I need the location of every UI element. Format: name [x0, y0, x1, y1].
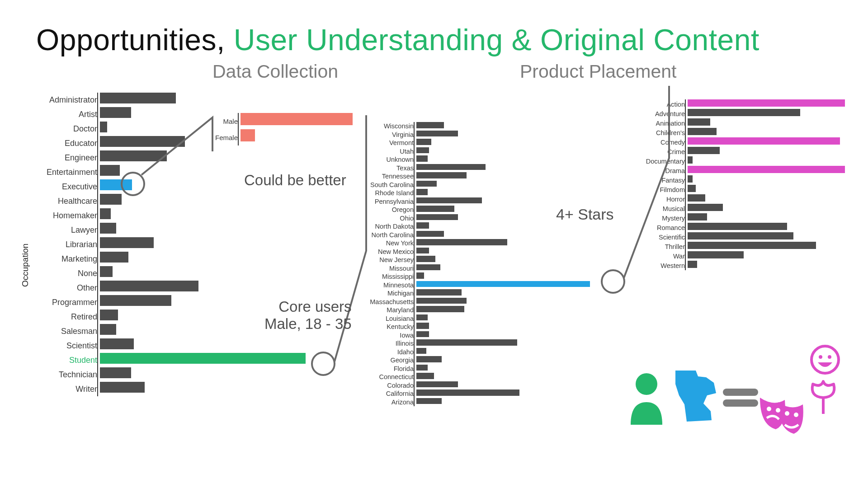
bar — [416, 239, 507, 245]
bar-label: Tennessee — [359, 173, 416, 180]
bar — [688, 204, 723, 211]
bar-row: Engineer — [36, 150, 326, 165]
bar-label: Connecticut — [359, 373, 416, 380]
student-highlight-ring — [311, 352, 335, 376]
bar-plot — [416, 239, 593, 248]
bar-plot — [688, 232, 848, 242]
bar-plot — [416, 339, 593, 348]
bar-plot — [688, 137, 848, 147]
svg-point-5 — [776, 408, 780, 413]
bar-row: California — [359, 389, 594, 398]
bar — [416, 206, 454, 212]
bar-row: Writer — [36, 382, 326, 396]
bar-label: Artist — [36, 110, 100, 119]
bar-row: Maryland — [359, 306, 594, 314]
bar-row: Virginia — [359, 131, 594, 139]
bar — [416, 272, 424, 279]
bar — [416, 139, 431, 145]
bar-plot — [416, 197, 593, 206]
bar-row: Librarian — [36, 237, 326, 252]
bar-row: Utah — [359, 147, 594, 156]
bar-row: Female — [212, 129, 375, 145]
bar-plot — [416, 356, 593, 365]
bar — [416, 306, 464, 312]
bar — [688, 223, 787, 230]
title-part-a: Opportunities, — [36, 23, 225, 56]
bar-label: Librarian — [36, 240, 100, 249]
bar — [688, 128, 717, 135]
bar-plot — [416, 398, 593, 407]
bar — [416, 181, 437, 187]
bar-label: North Carolina — [359, 231, 416, 239]
bar — [416, 339, 517, 346]
bar — [688, 109, 800, 116]
bar — [416, 189, 428, 195]
bar-label: Romance — [642, 224, 688, 231]
minnesota-icon — [671, 368, 721, 427]
bar-label: Comedy — [642, 139, 688, 146]
bar — [416, 289, 462, 296]
bar-row: Romance — [642, 223, 859, 232]
bar — [688, 261, 697, 268]
bar-row: Minnesota — [359, 281, 594, 290]
bar-label: Arizona — [359, 399, 416, 406]
svg-point-0 — [636, 373, 657, 395]
bar-plot — [416, 172, 593, 181]
bar-plot — [416, 189, 593, 197]
note-core-users-line2: Male, 18 - 35 — [264, 315, 352, 333]
bar — [416, 222, 429, 229]
bar — [416, 373, 434, 379]
bar — [100, 266, 113, 277]
bar — [100, 338, 134, 349]
bar — [688, 232, 793, 239]
bar-plot — [100, 382, 315, 396]
bar-row: Vermont — [359, 139, 594, 147]
bar — [416, 281, 590, 287]
bar-label: Engineer — [36, 153, 100, 163]
bar-row: Western — [642, 261, 859, 270]
bar — [100, 295, 171, 306]
bar-plot — [100, 367, 315, 382]
bar-label: Pennsylvania — [359, 198, 416, 205]
laugh-icon — [809, 343, 841, 376]
bar-label: Massachusetts — [359, 298, 416, 305]
bar-plot — [416, 298, 593, 306]
bar-plot — [416, 248, 593, 256]
bar-label: Vermont — [359, 139, 416, 146]
bar — [416, 231, 444, 237]
bar-label: Marketing — [36, 254, 100, 264]
bar-label: Missouri — [359, 265, 416, 272]
bar-label: Idaho — [359, 348, 416, 356]
bar-plot — [688, 185, 848, 194]
bar-label: Georgia — [359, 357, 416, 364]
svg-point-7 — [794, 413, 798, 417]
bar — [416, 172, 467, 178]
bar-label: Horror — [642, 196, 688, 203]
bar-row: Louisiana — [359, 314, 594, 323]
bar-row: New Mexico — [359, 248, 594, 256]
bar-label: North Dakota — [359, 223, 416, 230]
bar — [688, 118, 710, 126]
bar-label: Other — [36, 283, 100, 293]
bar-row: North Dakota — [359, 222, 594, 231]
bar-row: Arizona — [359, 398, 594, 407]
bar-plot — [416, 147, 593, 156]
bar — [100, 382, 145, 393]
bar-row: Technician — [36, 367, 326, 382]
bar-row: Lawyer — [36, 223, 326, 237]
bar-label: Rhode Island — [359, 189, 416, 197]
bar-row: Fantasy — [642, 175, 859, 185]
bar-label: Administrator — [36, 95, 100, 105]
bar-plot — [100, 266, 315, 281]
bar-label: Kentucky — [359, 323, 416, 330]
slide-title: Opportunities, User Understanding & Orig… — [36, 23, 832, 57]
gender-chart: MaleFemale — [212, 113, 375, 145]
bar-row: Rhode Island — [359, 189, 594, 197]
bar — [100, 223, 116, 234]
bar-row: Filmdom — [642, 185, 859, 194]
bar-plot — [688, 109, 848, 118]
bar-label: Educator — [36, 139, 100, 148]
bar-plot — [416, 164, 593, 173]
subtitle-data-collection: Data Collection — [212, 61, 338, 82]
bar-plot — [688, 194, 848, 204]
